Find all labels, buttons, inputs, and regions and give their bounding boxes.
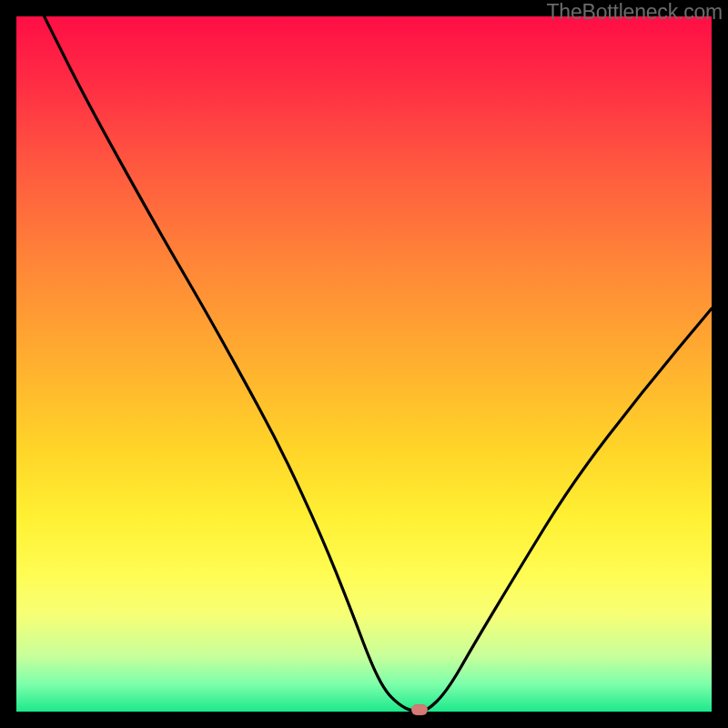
- plot-area: [16, 16, 712, 712]
- curve-path: [45, 16, 712, 712]
- min-marker: [411, 704, 428, 715]
- watermark-text: TheBottleneck.com: [547, 0, 723, 25]
- chart-frame: TheBottleneck.com: [0, 0, 728, 728]
- bottleneck-curve: [16, 16, 712, 712]
